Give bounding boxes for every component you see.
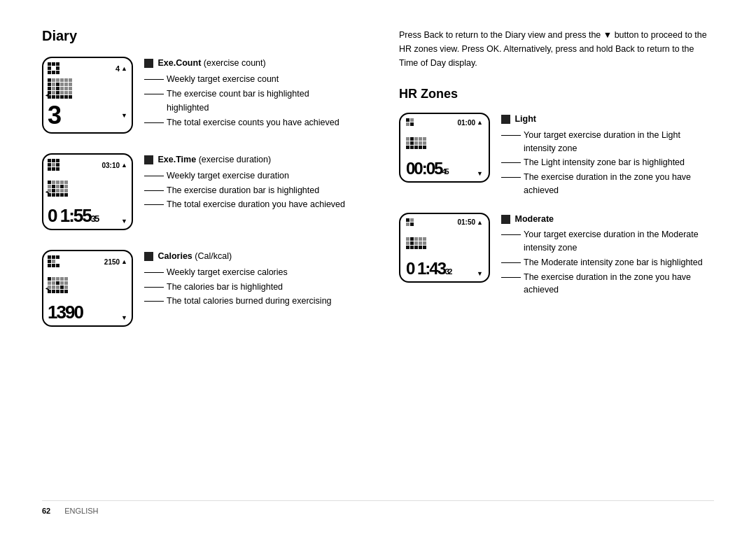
light-zone-icon [501,115,510,124]
desc-2: Exe.Time (exercise duration) Weekly targ… [144,153,385,211]
diary-title: Diary [42,28,385,44]
desc-1: Exe.Count (exercise count) Weekly target… [144,57,385,129]
desc-line-m-1: Your target exercise duration in the Mod… [501,228,714,255]
left-column: Diary ◄ [42,28,385,493]
intro-text: Press Back to return to the Diary view a… [399,28,714,70]
top-right-2: 03:10 ▲ [102,162,128,169]
exe-count-icon [144,59,153,68]
calories-icon [144,252,153,261]
arrow-down-1: ▼ [121,112,127,119]
device-top-moderate: 01:50 ▲ [406,218,483,227]
device-screen-moderate: 01:50 ▲ [399,213,490,283]
diary-item-exe-count: ◄ 4 [42,57,385,134]
bar-area-1 [48,78,127,99]
top-right-3: 2150 ▲ [104,258,127,266]
content-area: Diary ◄ [42,28,714,493]
desc-moderate: Moderate Your target exercise duration i… [501,213,714,297]
bottom-row-2: 0 1:5535 ▼ [48,206,127,225]
desc-line-3-1: Weekly target exercise calories [144,266,385,279]
desc-title-3: Calories (Cal/kcal) [144,250,385,263]
device-top-1: 4 ▲ [48,62,127,75]
desc-light: Light Your target exercise duration in t… [501,113,714,197]
hr-zones-title: HR Zones [399,87,714,101]
device-top-2: 03:10 ▲ [48,159,127,171]
desc-line-1-2: The exercise count bar is highlighted [144,87,385,101]
desc-title-light: Light [501,113,714,126]
top-value-1: 4 [115,64,120,73]
device-screen-2: ◄ 03:10 [42,153,133,230]
desc-line-1-1: Weekly target exercise count [144,73,385,86]
big-num-moderate: 0 1:4332 [406,260,451,277]
diary-item-calories: ◄ 2150 ▲ [42,250,385,327]
top-value-3: 2150 [104,258,120,266]
desc-title-2: Exe.Time (exercise duration) [144,153,385,167]
desc-line-1-3: The total exercise counts you have achie… [144,116,385,129]
arrow-down-2: ▼ [121,218,127,225]
diary-item-exe-time: ◄ 03:10 [42,153,385,230]
page-number: 62 [42,507,50,515]
hr-item-moderate: 01:50 ▲ [399,213,714,297]
pixel-icon-1 [48,62,59,75]
footer: 62 ENGLISH [42,500,714,515]
big-num-2: 0 1:5535 [48,206,98,225]
top-value-2: 03:10 [102,162,120,169]
exe-time-icon [144,155,153,164]
arrow-down-3: ▼ [121,314,127,321]
moderate-zone-icon [501,215,510,224]
device-inner-2: 03:10 ▲ [48,159,127,225]
pixel-icon-2 [48,159,59,171]
bar-area-2 [48,181,127,197]
device-screen-light: 01:00 ▲ [399,113,490,183]
desc-line-3-3: The total calories burned during exercis… [144,295,385,308]
bottom-row-light: 00:0545 ▼ [406,160,483,177]
device-inner-1: 4 ▲ [48,62,127,128]
device-top-light: 01:00 ▲ [406,118,483,127]
desc-3: Calories (Cal/kcal) Weekly target exerci… [144,250,385,308]
language-label: ENGLISH [64,507,98,515]
big-num-light: 00:0545 [406,160,448,177]
bar-area-moderate [406,237,483,250]
bar-area-light [406,137,483,150]
bottom-row-moderate: 0 1:4332 ▼ [406,260,483,277]
pixel-icon-light [406,118,414,127]
big-num-3: 1390 [48,303,83,321]
desc-line-l-1: Your target exercise duration in the Lig… [501,129,714,155]
desc-line-3-2: The calories bar is highlighted [144,281,385,294]
bottom-row-1: 3 ▼ [48,103,127,128]
device-inner-3: 2150 ▲ [48,255,127,321]
device-screen-3: ◄ 2150 ▲ [42,250,133,327]
arrow-up-1: ▲ [121,65,127,72]
desc-line-2-2: The exercise duration bar is highlighted [144,184,385,197]
right-column: Press Back to return to the Diary view a… [399,28,714,493]
desc-line-1-2b: highlighted [167,101,385,115]
hr-item-light: 01:00 ▲ [399,113,714,197]
pixel-icon-3 [48,255,59,268]
arrow-up-2: ▲ [121,162,127,169]
pixel-bars-1 [48,78,72,99]
desc-line-l-3: The exercise duration in the zone you ha… [501,171,714,197]
big-num-1: 3 [48,103,60,128]
desc-line-2-3: The total exercise duration you have ach… [144,198,385,211]
device-inner-moderate: 01:50 ▲ [406,218,483,277]
bottom-row-3: 1390 ▼ [48,303,127,321]
bar-area-3 [48,277,127,294]
top-right-1: 4 ▲ [115,64,127,73]
desc-line-m-2: The Moderate intensity zone bar is highl… [501,256,714,269]
top-right-light: 01:00 ▲ [458,119,484,127]
device-top-3: 2150 ▲ [48,255,127,268]
arrow-up-3: ▲ [121,258,127,265]
desc-line-2-1: Weekly target exercise duration [144,169,385,183]
desc-line-m-3: The exercise duration in the zone you ha… [501,271,714,297]
desc-title-1: Exe.Count (exercise count) [144,57,385,70]
page: Diary ◄ [0,0,756,536]
pixel-icon-moderate [406,218,414,227]
desc-line-l-2: The Light intensity zone bar is highligh… [501,156,714,169]
device-inner-light: 01:00 ▲ [406,118,483,177]
device-screen-1: ◄ 4 [42,57,133,134]
top-right-moderate: 01:50 ▲ [458,218,484,226]
desc-title-moderate: Moderate [501,213,714,226]
